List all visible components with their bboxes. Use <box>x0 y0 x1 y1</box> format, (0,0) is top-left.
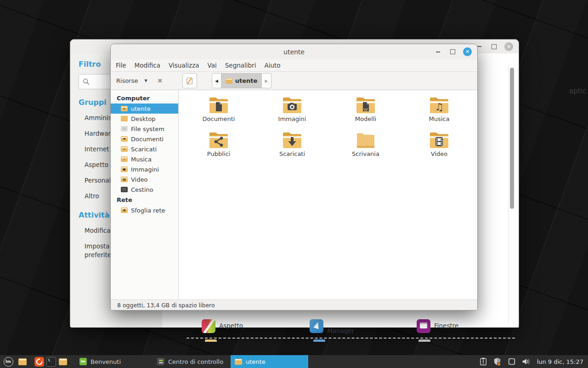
firewall-shield-icon[interactable] <box>492 356 503 367</box>
sidebar-item-label: Scaricati <box>131 146 157 153</box>
edit-icon <box>186 77 194 85</box>
menu-segnalibri[interactable]: Segnalibri <box>221 62 260 69</box>
sidebar-item-cestino[interactable]: ○ Cestino <box>111 184 178 195</box>
menu-file[interactable]: File <box>112 62 130 69</box>
drive-icon: ◎ <box>121 126 128 132</box>
file-musica[interactable]: ♫ Musica <box>402 96 476 131</box>
scrollbar-track <box>508 65 509 324</box>
sidebar-item-video[interactable]: ▦ Video <box>111 174 178 184</box>
cc-item-aspetto[interactable]: Aspetto <box>202 319 243 333</box>
file-scrivania[interactable]: Scrivania <box>329 131 402 166</box>
forward-button[interactable]: ▶ <box>262 73 271 88</box>
video-folder-icon: ▦ <box>121 177 128 182</box>
sidebar-item-desktop[interactable]: Desktop <box>111 114 178 124</box>
menu-visualizza[interactable]: Visualizza <box>164 62 204 69</box>
pictures-folder-icon: ● <box>121 167 128 172</box>
file-video[interactable]: Video <box>402 131 476 166</box>
menu-modifica[interactable]: Modifica <box>130 62 164 69</box>
places-sidebar: Computer ⌂ utente Desktop ◎ File system … <box>111 90 179 299</box>
share-emblem-icon <box>213 136 224 147</box>
sidebar-item-label: Desktop <box>131 115 156 122</box>
cc-item-finestre[interactable]: Finestre <box>417 319 458 333</box>
taskbar: lm $_ lm Benvenuti Centro di controllo u… <box>0 355 588 368</box>
file-scaricati[interactable]: Scaricati <box>255 131 329 166</box>
file-label: Pubblici <box>207 150 230 157</box>
sidebar-item-musica[interactable]: ♪ Musica <box>111 154 178 164</box>
terminal-launcher[interactable]: $_ <box>45 356 57 367</box>
file-modelli[interactable]: Modelli <box>329 96 402 131</box>
mint-welcome-icon: lm <box>79 358 87 365</box>
toolbar: Risorse ▼ ✖ ◀ utente ▶ <box>111 72 477 90</box>
close-button[interactable]: ✕ <box>504 42 513 51</box>
folder-icon <box>235 359 242 365</box>
sidebar-item-label: utente <box>131 105 151 112</box>
taskbar-window-benvenuti[interactable]: lm Benvenuti <box>75 355 153 368</box>
file-immagini[interactable]: Immagini <box>255 96 329 131</box>
workspace-icon[interactable] <box>507 356 517 367</box>
sidebar-item-filesystem[interactable]: ◎ File system <box>111 124 178 134</box>
menu-aiuto[interactable]: Aiuto <box>260 62 284 69</box>
file-grid: Documenti Immagini Modelli ♫ Musica <box>179 90 477 299</box>
firefox-icon <box>34 357 44 367</box>
windows-icon <box>417 319 430 333</box>
file-manager-window: utente ✕ File Modifica Visualizza Vai Se… <box>110 44 478 310</box>
breadcrumb-label: utente <box>235 77 258 84</box>
sidebar-item-utente[interactable]: ⌂ utente <box>111 104 178 114</box>
mint-menu-button[interactable]: lm <box>0 356 17 367</box>
close-button[interactable]: ✕ <box>463 47 472 56</box>
sidebar-section-computer: Computer <box>111 93 178 104</box>
maximize-button[interactable] <box>490 42 498 51</box>
control-center-icon <box>157 358 164 365</box>
document-emblem-icon <box>213 101 224 112</box>
menubar: File Modifica Visualizza Vai Segnalibri … <box>111 59 477 72</box>
partial-item-label[interactable]: aptic <box>569 87 586 95</box>
maximize-button[interactable] <box>448 47 457 56</box>
breadcrumb-current[interactable]: utente <box>221 73 262 88</box>
taskbar-window-centro-di-controllo[interactable]: Centro di controllo <box>153 355 231 368</box>
sidebar-item-documenti[interactable]: ▰ Documenti <box>111 134 178 144</box>
scrollbar-thumb[interactable] <box>510 68 514 209</box>
volume-icon[interactable] <box>521 356 531 367</box>
camera-emblem-icon <box>287 101 298 112</box>
download-emblem-icon <box>287 136 298 147</box>
separator <box>187 338 515 339</box>
taskbar-window-label: Centro di controllo <box>168 358 223 365</box>
documents-folder-icon: ▰ <box>121 136 128 142</box>
edit-location-button[interactable] <box>182 73 197 88</box>
trash-icon: ○ <box>121 187 128 192</box>
files-launcher[interactable] <box>57 356 69 367</box>
firefox-launcher[interactable] <box>33 356 45 367</box>
back-button[interactable]: ◀ <box>212 73 221 88</box>
file-label: Video <box>431 150 447 157</box>
sidebar-item-label: Cestino <box>131 186 153 193</box>
sidebar-close-icon[interactable]: ✖ <box>158 77 163 84</box>
file-manager-titlebar[interactable]: utente ✕ <box>111 44 477 59</box>
search-icon <box>83 78 90 85</box>
music-folder-icon: ♪ <box>121 156 128 162</box>
sidebar-item-immagini[interactable]: ● Immagini <box>111 164 178 174</box>
cc-item-label: Manager <box>327 327 354 334</box>
sidebar-item-sfoglia-rete[interactable]: ◉ Sfoglia rete <box>111 205 178 215</box>
chevron-down-icon[interactable]: ▼ <box>145 79 147 83</box>
minimize-button[interactable] <box>434 47 442 56</box>
desktop-folder-launcher[interactable] <box>17 356 28 367</box>
file-label: Immagini <box>278 115 306 122</box>
taskbar-window-label: Benvenuti <box>90 358 121 365</box>
network-folder-icon: ◉ <box>121 207 128 213</box>
mint-logo-icon: lm <box>4 357 13 367</box>
svg-text:♫: ♫ <box>435 101 444 112</box>
sidebar-item-scaricati[interactable]: ↓ Scaricati <box>111 144 178 154</box>
taskbar-window-utente[interactable]: utente <box>231 355 308 368</box>
menu-vai[interactable]: Vai <box>204 62 221 69</box>
file-documenti[interactable]: Documenti <box>182 96 255 131</box>
terminal-icon: $_ <box>46 357 56 367</box>
activity-item-line: preferite <box>85 251 111 259</box>
template-emblem-icon <box>360 101 371 112</box>
cc-item-manager[interactable]: Manager <box>310 319 354 334</box>
file-label: Modelli <box>355 115 376 122</box>
places-dropdown[interactable]: Risorse <box>116 77 138 84</box>
clock[interactable]: lun 9 dic, 15:27 <box>535 358 583 365</box>
update-manager-icon[interactable] <box>478 356 488 367</box>
file-pubblici[interactable]: Pubblici <box>182 131 255 166</box>
cc-item-label: Finestre <box>434 322 458 333</box>
